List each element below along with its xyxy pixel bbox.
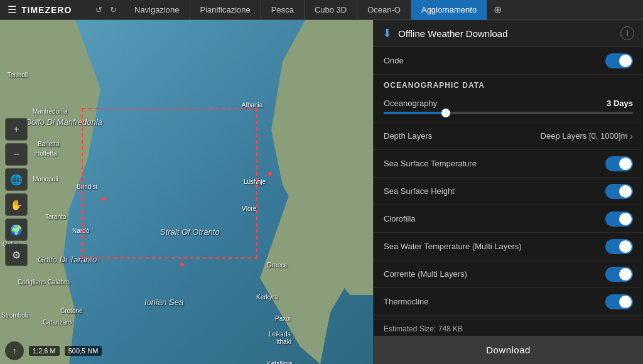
sea-water-temp-toggle[interactable] <box>605 239 633 254</box>
thermocline-label: Thermocline <box>384 297 605 306</box>
zoom-out-button[interactable]: − <box>5 143 28 166</box>
map-bottom-info: ↑ 1:2,6 M 500,5 NM <box>5 341 102 360</box>
slider-header: Oceanography 3 Days <box>384 99 633 108</box>
depth-layers-row: Depth Layers Deep Layers [0, 1000]m › <box>374 122 643 150</box>
map-area[interactable]: Termoli Golfo Di Manfredonia Manfredonia… <box>0 20 373 364</box>
sea-water-temp-label: Sea Water Temperature (Multi Layers) <box>384 242 605 251</box>
tab-navigazione[interactable]: Navigazione <box>124 0 190 20</box>
pan-button[interactable]: ✋ <box>5 193 28 216</box>
app-logo: TIMEZERO <box>21 5 72 15</box>
logo-area: ☰ TIMEZERO <box>0 4 88 16</box>
onde-toggle[interactable] <box>605 53 633 68</box>
sea-surface-height-row: Sea Surface Height <box>374 178 643 205</box>
hamburger-menu[interactable]: ☰ <box>8 4 16 16</box>
onde-label: Onde <box>384 56 605 65</box>
tab-aggiornamento[interactable]: Aggiornamento <box>411 0 487 20</box>
undo-redo-area: ↺ ↻ <box>88 4 124 16</box>
oceanography-slider-track <box>384 112 633 114</box>
clorofilla-row: Clorofilla <box>374 205 643 233</box>
left-toolbar: + − 🌐 ✋ 🌍 ⚙ <box>5 118 28 266</box>
main-content: Termoli Golfo Di Manfredonia Manfredonia… <box>0 20 643 364</box>
nav-tabs: Navigazione Pianificazione Pesca Cubo 3D… <box>124 0 643 20</box>
map-waypoint-1 <box>102 197 105 201</box>
panel-title: Offline Weather Download <box>398 28 614 39</box>
thermocline-toggle[interactable] <box>605 294 633 309</box>
depth-value: Deep Layers [0, 1000]m <box>541 131 628 141</box>
onde-toggle-knob <box>619 55 632 67</box>
settings-button[interactable]: ⚙ <box>5 244 28 266</box>
corrente-toggle[interactable] <box>605 267 633 282</box>
globe2-button[interactable]: 🌍 <box>5 218 28 241</box>
panel-footer: Estimated Size: 748 KB Download <box>374 319 643 364</box>
sea-surface-temp-toggle[interactable] <box>605 156 633 171</box>
oceanography-label: Oceanography <box>384 99 437 108</box>
sea-surface-temp-row: Sea Surface Temperature <box>374 150 643 178</box>
add-tab-button[interactable]: ⊕ <box>487 0 508 20</box>
oceanography-slider-row: Oceanography 3 Days <box>374 94 643 122</box>
top-bar: ☰ TIMEZERO ↺ ↻ Navigazione Pianificazion… <box>0 0 643 20</box>
onde-row: Onde <box>374 47 643 75</box>
compass: ↑ <box>5 341 24 360</box>
globe-button[interactable]: 🌐 <box>5 168 28 191</box>
clorofilla-toggle[interactable] <box>605 211 633 227</box>
download-header-icon: ⬇ <box>382 26 392 40</box>
panel-header: ⬇ Offline Weather Download i <box>374 20 643 47</box>
estimated-size: Estimated Size: 748 KB <box>374 319 643 336</box>
map-waypoint-3 <box>180 263 184 267</box>
sea-surface-temp-label: Sea Surface Temperature <box>384 159 605 168</box>
distance-indicator: 500,5 NM <box>65 346 102 356</box>
undo-button[interactable]: ↺ <box>93 4 105 16</box>
sea-water-temp-row: Sea Water Temperature (Multi Layers) <box>374 233 643 260</box>
right-panel: ⬇ Offline Weather Download i Onde OCEANO… <box>373 20 643 364</box>
tab-cubo3d[interactable]: Cubo 3D <box>305 0 357 20</box>
panel-content: Onde OCEANOGRAPHIC DATA Oceanography 3 D… <box>374 47 643 319</box>
corrente-label: Corrente (Multi Layers) <box>384 269 605 279</box>
oceanography-value: 3 Days <box>607 99 633 108</box>
sea-surface-height-label: Sea Surface Height <box>384 186 605 196</box>
tab-ocean-o[interactable]: Ocean-O <box>357 0 411 20</box>
depth-arrow-icon[interactable]: › <box>630 131 633 141</box>
download-button[interactable]: Download <box>374 336 643 364</box>
corrente-row: Corrente (Multi Layers) <box>374 260 643 288</box>
redo-button[interactable]: ↻ <box>107 4 119 16</box>
depth-label: Depth Layers <box>384 131 541 141</box>
scale-indicator: 1:2,6 M <box>29 346 60 356</box>
thermocline-row: Thermocline <box>374 288 643 316</box>
tab-pesca[interactable]: Pesca <box>261 0 305 20</box>
oceanographic-section-header: OCEANOGRAPHIC DATA <box>374 75 643 94</box>
zoom-in-button[interactable]: + <box>5 118 28 141</box>
sea-surface-height-toggle[interactable] <box>605 184 633 199</box>
map-waypoint-2 <box>268 172 272 176</box>
info-button[interactable]: i <box>620 26 634 40</box>
tab-pianificazione[interactable]: Pianificazione <box>190 0 261 20</box>
clorofilla-label: Clorofilla <box>384 214 605 223</box>
